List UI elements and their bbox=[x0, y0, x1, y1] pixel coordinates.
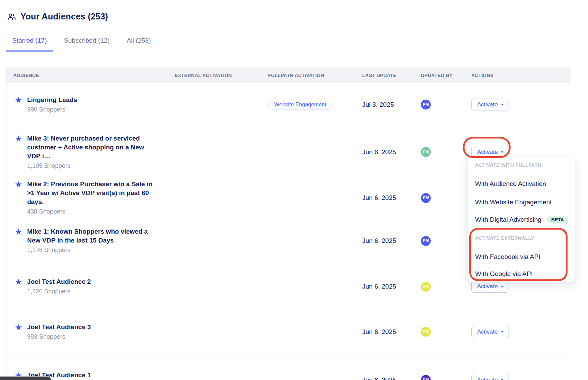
page-header: Your Audiences (253) bbox=[7, 12, 108, 21]
column-header-external-activation: EXTERNAL ACTIVATION bbox=[168, 68, 261, 83]
last-update-date: Jul 3, 2025 bbox=[362, 101, 414, 108]
star-icon[interactable]: ★ bbox=[15, 96, 22, 104]
avatar: FM bbox=[421, 327, 431, 337]
last-update-cell: Jun 6, 2025 bbox=[355, 218, 414, 264]
fullpath-activation-badge: Website Engagement bbox=[268, 100, 333, 110]
column-header-updated-by: UPDATED BY bbox=[414, 68, 465, 83]
audience-title: Mike 3: Never purchased or serviced cust… bbox=[27, 134, 157, 161]
actions-cell: Activate ▾ bbox=[465, 309, 571, 354]
bottom-left-fragment bbox=[0, 376, 52, 380]
activate-button[interactable]: Activate ▾ bbox=[471, 374, 509, 380]
avatar: FM bbox=[421, 375, 431, 380]
activate-dropdown-menu: ACTIVATE WITH FULLPATH With Audience Act… bbox=[467, 157, 575, 282]
updated-by-cell: FM bbox=[414, 178, 465, 218]
updated-by-cell: FM bbox=[414, 354, 465, 380]
last-update-date: Jun 6, 2025 bbox=[362, 283, 414, 290]
column-header-last-update: LAST UPDATE bbox=[355, 68, 414, 83]
updated-by-cell: FM bbox=[414, 309, 465, 354]
audiences-page: Your Audiences (253) Starred (17) Subscr… bbox=[0, 0, 588, 380]
chevron-down-icon: ▾ bbox=[501, 284, 503, 289]
external-activation-cell bbox=[168, 178, 261, 218]
audience-cell: ★ Mike 1: Known Shoppers who viewed a Ne… bbox=[6, 218, 168, 264]
audience-shopper-count: 990 Shoppers bbox=[27, 105, 77, 114]
activate-button[interactable]: Activate ▾ bbox=[471, 326, 509, 338]
star-icon[interactable]: ★ bbox=[15, 227, 22, 236]
last-update-cell: Jul 3, 2025 bbox=[355, 83, 414, 126]
fullpath-activation-cell bbox=[261, 264, 355, 309]
audience-title: Joel Test Audience 2 bbox=[27, 277, 91, 286]
last-update-cell: Jun 6, 2025 bbox=[355, 126, 414, 178]
chevron-down-icon: ▾ bbox=[501, 378, 503, 380]
activate-button[interactable]: Activate ▾ bbox=[471, 99, 509, 111]
external-activation-cell bbox=[168, 264, 261, 309]
audience-title: Mike 2: Previous Purchaser w/o a Sale in… bbox=[27, 180, 157, 206]
audience-shopper-count: 1,176 Shoppers bbox=[27, 246, 157, 254]
last-update-cell: Jun 6, 2025 bbox=[355, 178, 414, 218]
avatar: FM bbox=[421, 236, 431, 246]
updated-by-cell: FM bbox=[414, 83, 465, 126]
updated-by-cell: FM bbox=[414, 264, 465, 309]
external-activation-cell bbox=[168, 83, 261, 126]
table-header: AUDIENCE EXTERNAL ACTIVATION FULLPATH AC… bbox=[6, 68, 571, 83]
column-header-audience: AUDIENCE bbox=[6, 68, 168, 83]
beta-badge: BETA bbox=[547, 216, 568, 223]
external-activation-cell bbox=[168, 218, 261, 264]
actions-cell: Activate ▾ bbox=[465, 83, 571, 126]
dropdown-item[interactable]: With Digital Advertising BETA bbox=[475, 215, 570, 224]
audience-shopper-count: 438 Shoppers bbox=[27, 207, 157, 216]
audience-cell: ★ Joel Test Audience 3 993 Shoppers bbox=[6, 309, 168, 354]
table-row: ★ Joel Test Audience 3 993 Shoppers Jun … bbox=[6, 309, 571, 354]
star-icon[interactable]: ★ bbox=[15, 134, 22, 143]
fullpath-activation-cell bbox=[261, 354, 355, 380]
external-activation-cell bbox=[168, 309, 261, 354]
updated-by-cell: FM bbox=[414, 218, 465, 264]
dropdown-item[interactable]: With Website Engagement bbox=[475, 198, 570, 207]
fullpath-activation-cell bbox=[261, 309, 355, 354]
fullpath-activation-cell: Website Engagement bbox=[261, 83, 355, 126]
last-update-date: Jun 6, 2025 bbox=[362, 237, 414, 245]
fullpath-activation-cell bbox=[261, 126, 355, 178]
star-icon[interactable]: ★ bbox=[15, 323, 22, 332]
last-update-date: Jun 6, 2025 bbox=[362, 376, 414, 380]
avatar: FM bbox=[421, 147, 431, 157]
page-title: Your Audiences (253) bbox=[20, 12, 108, 21]
dropdown-item[interactable]: With Audience Activation bbox=[475, 179, 570, 189]
dropdown-item[interactable]: With Google via API bbox=[475, 269, 570, 279]
chevron-down-icon: ▾ bbox=[501, 150, 503, 154]
activate-button[interactable]: Activate ▾ bbox=[471, 146, 509, 158]
last-update-cell: Jun 6, 2025 bbox=[355, 264, 414, 309]
external-activation-cell bbox=[168, 354, 261, 380]
audience-title: Joel Test Audience 3 bbox=[27, 323, 91, 332]
audience-cell: ★ Mike 2: Previous Purchaser w/o a Sale … bbox=[6, 178, 168, 218]
audience-title: Mike 1: Known Shoppers who viewed a New … bbox=[27, 227, 157, 245]
actions-cell: Activate ▾ bbox=[465, 354, 571, 380]
last-update-date: Jun 6, 2025 bbox=[362, 148, 414, 156]
column-header-fullpath-activation: FULLPATH ACTIVATION bbox=[261, 68, 355, 83]
audience-cell: ★ Lingering Leads 990 Shoppers bbox=[6, 83, 168, 126]
tab-all-253[interactable]: All (253) bbox=[121, 33, 157, 52]
star-icon[interactable]: ★ bbox=[15, 180, 22, 189]
dropdown-item[interactable]: With Facebook via API bbox=[475, 252, 570, 262]
audiences-people-icon bbox=[7, 12, 16, 21]
audience-shopper-count: 1,105 Shoppers bbox=[27, 161, 157, 170]
last-update-cell: Jun 6, 2025 bbox=[355, 309, 414, 354]
table-row: ★ Joel Test Audience 1 Jun 6, 2025 FM Ac… bbox=[6, 354, 571, 380]
avatar: FM bbox=[421, 100, 431, 109]
last-update-cell: Jun 6, 2025 bbox=[355, 354, 414, 380]
fullpath-activation-cell bbox=[261, 218, 355, 264]
chevron-down-icon: ▾ bbox=[501, 102, 503, 107]
table-row: ★ Lingering Leads 990 Shoppers Website E… bbox=[6, 83, 571, 126]
audience-shopper-count: 1,226 Shoppers bbox=[27, 287, 91, 296]
tabs: Starred (17) Subscribed (12) All (253) bbox=[6, 33, 162, 52]
external-activation-cell bbox=[168, 126, 261, 178]
avatar: FM bbox=[421, 282, 431, 292]
star-icon[interactable]: ★ bbox=[15, 277, 22, 286]
chevron-down-icon: ▾ bbox=[501, 330, 503, 334]
audience-cell: ★ Mike 3: Never purchased or serviced cu… bbox=[6, 126, 168, 178]
tab-subscribed-12[interactable]: Subscribed (12) bbox=[58, 33, 116, 52]
audience-cell: ★ Joel Test Audience 2 1,226 Shoppers bbox=[6, 264, 168, 309]
audience-shopper-count: 993 Shoppers bbox=[27, 332, 91, 341]
tab-starred-17[interactable]: Starred (17) bbox=[6, 33, 53, 52]
dropdown-section-heading: ACTIVATE WITH FULLPATH bbox=[475, 160, 541, 170]
fullpath-activation-cell bbox=[261, 178, 355, 218]
